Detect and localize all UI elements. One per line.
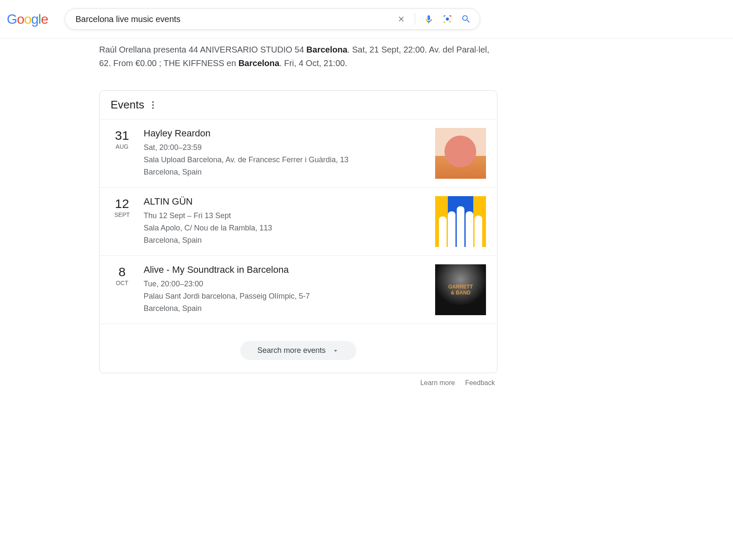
voice-search-icon[interactable] (424, 14, 434, 24)
event-venue: Sala Apolo, C/ Nou de la Rambla, 113 (144, 222, 425, 234)
snippet-text: Raúl Orellana presenta 44 ANIVERSARIO ST… (99, 45, 306, 54)
clear-icon[interactable] (396, 14, 406, 24)
event-venue: Palau Sant Jordi barcelona, Passeig Olím… (144, 290, 425, 302)
event-time: Tue, 20:00–23:00 (144, 278, 425, 290)
event-thumbnail (435, 196, 486, 247)
lens-search-icon[interactable] (442, 14, 453, 24)
event-thumbnail (435, 128, 486, 179)
event-row[interactable]: 12 SEPT ALTIN GÜN Thu 12 Sept – Fri 13 S… (100, 188, 497, 256)
snippet-bold: Barcelona (306, 45, 347, 54)
event-title: ALTIN GÜN (144, 196, 425, 207)
event-thumbnail: GARRETT& BAND (435, 264, 486, 315)
event-date: 12 SEPT (111, 196, 133, 247)
event-time: Sat, 20:00–23:59 (144, 141, 425, 154)
events-title: Events (111, 98, 144, 111)
event-month: SEPT (111, 211, 133, 218)
divider (415, 13, 415, 25)
google-logo[interactable]: Google (7, 11, 48, 27)
chevron-down-icon (332, 347, 339, 355)
event-month: AUG (111, 143, 133, 150)
event-info: ALTIN GÜN Thu 12 Sept – Fri 13 Sept Sala… (144, 196, 425, 247)
search-icon[interactable] (461, 14, 471, 24)
event-date: 31 AUG (111, 128, 133, 179)
more-options-icon[interactable] (152, 101, 154, 109)
svg-point-1 (449, 21, 451, 22)
event-row[interactable]: 31 AUG Hayley Reardon Sat, 20:00–23:59 S… (100, 119, 497, 188)
search-more-wrap: Search more events (100, 324, 497, 373)
events-header: Events (100, 91, 497, 119)
event-location: Barcelona, Spain (144, 166, 425, 178)
svg-point-0 (446, 18, 449, 21)
search-bar (65, 8, 480, 30)
event-time: Thu 12 Sept – Fri 13 Sept (144, 210, 425, 222)
event-day: 31 (111, 128, 133, 143)
event-title: Hayley Reardon (144, 128, 425, 139)
results-content: Raúl Orellana presenta 44 ANIVERSARIO ST… (99, 39, 497, 393)
event-info: Hayley Reardon Sat, 20:00–23:59 Sala Upl… (144, 128, 425, 179)
search-more-label: Search more events (257, 346, 325, 355)
feedback-link[interactable]: Feedback (465, 379, 495, 387)
search-more-button[interactable]: Search more events (240, 341, 356, 360)
event-row[interactable]: 8 OCT Alive - My Soundtrack in Barcelona… (100, 256, 497, 324)
event-location: Barcelona, Spain (144, 302, 425, 315)
event-date: 8 OCT (111, 264, 133, 315)
events-panel: Events 31 AUG Hayley Reardon Sat, 20:00–… (99, 90, 497, 373)
snippet-text: . Fri, 4 Oct, 21:00. (279, 58, 347, 68)
footer-links: Learn more Feedback (99, 373, 497, 393)
event-month: OCT (111, 280, 133, 286)
event-location: Barcelona, Spain (144, 234, 425, 247)
snippet-bold: Barcelona (239, 58, 280, 68)
header: Google (0, 0, 733, 39)
search-tools (396, 13, 475, 25)
event-venue: Sala Upload Barcelona, Av. de Francesc F… (144, 154, 425, 166)
event-day: 8 (111, 264, 133, 280)
event-title: Alive - My Soundtrack in Barcelona (144, 264, 425, 275)
featured-snippet: Raúl Orellana presenta 44 ANIVERSARIO ST… (99, 43, 497, 70)
learn-more-link[interactable]: Learn more (420, 379, 455, 387)
event-info: Alive - My Soundtrack in Barcelona Tue, … (144, 264, 425, 315)
search-input[interactable] (75, 14, 396, 24)
event-day: 12 (111, 196, 133, 211)
